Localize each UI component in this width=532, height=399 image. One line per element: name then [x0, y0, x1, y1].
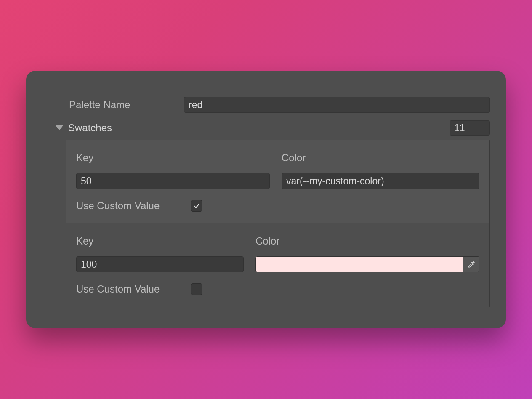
swatch-fields-row: Key Color [76, 235, 479, 272]
palette-name-label: Palette Name [69, 99, 184, 111]
swatches-list: Key Color Use Custom Value Key [66, 140, 490, 307]
use-custom-value-label: Use Custom Value [76, 200, 191, 212]
key-column: Key [76, 152, 270, 189]
color-picker-row [255, 256, 479, 272]
use-custom-value-checkbox[interactable] [191, 283, 202, 295]
collapse-triangle-icon[interactable] [56, 125, 63, 130]
palette-name-row: Palette Name [42, 97, 490, 113]
color-column: Color [282, 152, 479, 189]
color-swatch-preview[interactable] [255, 256, 463, 272]
color-label: Color [255, 235, 479, 247]
swatch-item: Key Color Use Custom Value [66, 140, 489, 223]
inspector-panel: Palette Name Swatches Key Color Use Cust… [26, 71, 506, 328]
use-custom-row: Use Custom Value [76, 283, 479, 295]
swatches-label: Swatches [68, 122, 450, 134]
use-custom-value-checkbox[interactable] [191, 200, 202, 212]
swatches-header-row: Swatches [42, 120, 490, 136]
swatch-fields-row: Key Color [76, 152, 479, 189]
use-custom-value-label: Use Custom Value [76, 283, 191, 295]
key-label: Key [76, 235, 244, 247]
eyedropper-button[interactable] [463, 256, 479, 272]
key-input[interactable] [76, 256, 244, 272]
palette-name-input[interactable] [184, 97, 490, 113]
color-label: Color [282, 152, 479, 164]
checkmark-icon [193, 202, 200, 210]
key-input[interactable] [76, 173, 270, 189]
color-column: Color [255, 235, 479, 272]
swatch-item: Key Color Use Custom Value [66, 223, 489, 307]
key-column: Key [76, 235, 244, 272]
swatches-count-input[interactable] [450, 120, 490, 136]
eyedropper-icon [467, 260, 476, 269]
key-label: Key [76, 152, 270, 164]
use-custom-row: Use Custom Value [76, 200, 479, 212]
color-text-input[interactable] [282, 173, 479, 189]
